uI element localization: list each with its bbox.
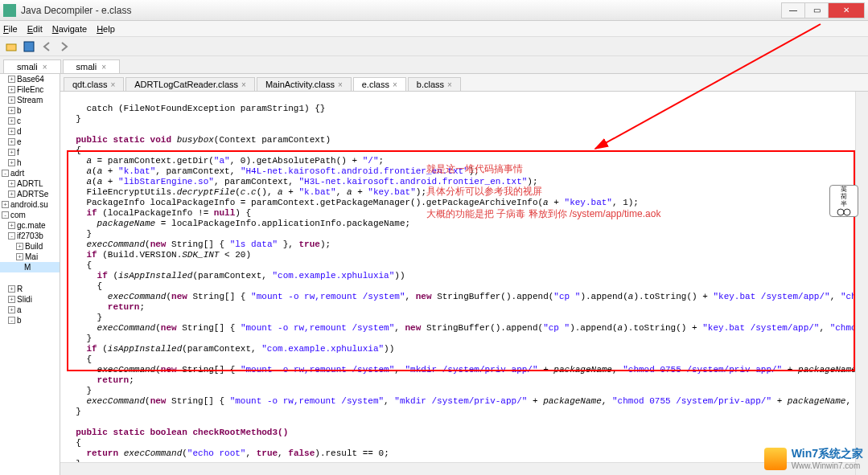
close-icon[interactable]: × <box>110 80 115 89</box>
tree-item[interactable]: +c <box>0 116 60 126</box>
tree-item[interactable] <box>0 334 60 335</box>
tree-item[interactable]: +b <box>0 105 60 116</box>
editor-tab[interactable]: e.class× <box>353 77 406 91</box>
c: , <box>405 292 416 301</box>
expander-icon[interactable]: + <box>8 117 15 125</box>
c: "mkdir /system/priv-app/" <box>394 396 527 406</box>
menu-file[interactable]: File <box>3 24 18 34</box>
tree-item[interactable]: +Base64 <box>0 74 60 84</box>
tree-item[interactable]: -if2703b <box>0 231 60 241</box>
tree-item[interactable]: +ADRTL <box>0 178 60 189</box>
tree-item[interactable]: +d <box>0 126 60 137</box>
tree-item[interactable]: +Build <box>0 241 60 252</box>
tree-item[interactable]: +Stream <box>0 95 60 105</box>
code-line: public static boolean checkRootMethod3() <box>65 428 288 437</box>
tree-item[interactable]: +f <box>0 147 60 158</box>
menu-navigate[interactable]: Navigate <box>52 24 87 34</box>
tree-item[interactable]: +Mai <box>0 252 60 262</box>
vertical-scrollbar[interactable] <box>855 92 868 475</box>
expander-icon[interactable]: + <box>8 306 15 313</box>
c: ( <box>97 344 108 354</box>
maximize-button[interactable]: ▭ <box>804 2 829 18</box>
menubar: File Edit Navigate Help <box>0 21 868 37</box>
toolbar-open-icon[interactable] <box>3 39 19 55</box>
expander-icon[interactable]: + <box>8 86 15 93</box>
c: ).append( <box>580 292 627 301</box>
expander-icon[interactable]: + <box>8 128 15 135</box>
c: packageName <box>798 365 857 375</box>
menu-edit[interactable]: Edit <box>27 24 43 34</box>
expander-icon[interactable]: + <box>8 76 15 83</box>
minimize-button[interactable]: — <box>781 2 805 18</box>
c: = paramContext.getDir( <box>92 156 214 166</box>
c: packageName <box>553 365 612 375</box>
code-line: { <box>65 354 92 364</box>
expander-icon[interactable]: + <box>8 149 15 156</box>
package-tree[interactable]: +Base64+FileEnc+Stream+b+c+d+e+f+h-adrt+… <box>0 74 60 475</box>
outer-tab[interactable]: smali× <box>3 59 61 73</box>
svg-rect-2 <box>24 42 34 51</box>
close-icon[interactable]: × <box>43 63 47 72</box>
svg-rect-0 <box>3 4 16 17</box>
c <box>65 292 108 301</box>
editor-tab[interactable]: MainActivity.class× <box>257 77 352 91</box>
tree-item[interactable]: -adrt <box>0 168 60 178</box>
toolbar-back-icon[interactable] <box>39 39 55 55</box>
c <box>65 396 86 406</box>
expander-icon[interactable]: + <box>8 285 15 293</box>
tree-item[interactable]: +R <box>0 284 60 294</box>
expander-icon[interactable]: + <box>8 296 15 303</box>
expander-icon[interactable]: - <box>8 317 15 324</box>
tree-item[interactable]: +Slidi <box>0 294 60 305</box>
close-button[interactable]: ✕ <box>828 2 865 18</box>
expander-icon[interactable]: + <box>16 243 23 250</box>
tree-item[interactable]: +android.su <box>0 199 60 210</box>
outer-tab[interactable]: smali× <box>63 59 121 73</box>
expander-icon[interactable]: - <box>2 211 9 219</box>
tree-item[interactable]: +FileEnc <box>0 84 60 95</box>
expander-icon[interactable]: + <box>8 138 15 145</box>
c: "key.bat /system/app/" <box>702 323 819 333</box>
expander-icon[interactable]: + <box>8 180 15 187</box>
tree-item[interactable]: -b <box>0 315 60 326</box>
toolbar-forward-icon[interactable] <box>56 39 72 55</box>
expander-icon[interactable]: + <box>8 96 15 104</box>
tree-item[interactable]: +ADRTSe <box>0 189 60 199</box>
editor-tab[interactable]: qdt.class× <box>64 77 124 91</box>
expander-icon[interactable]: + <box>16 253 23 260</box>
tab-label: b.class <box>417 80 444 89</box>
expander-icon[interactable]: - <box>8 232 15 240</box>
close-icon[interactable]: × <box>393 80 397 89</box>
close-icon[interactable]: × <box>447 80 452 89</box>
code-editor[interactable]: catch (FileNotFoundException paramString… <box>60 92 868 475</box>
c: + <box>102 166 118 176</box>
expander-icon[interactable]: + <box>8 190 15 198</box>
c <box>65 365 97 375</box>
tree-item[interactable]: +a <box>0 305 60 315</box>
tree-item[interactable]: +gc.mate <box>0 220 60 231</box>
expander-icon[interactable]: + <box>8 107 15 114</box>
editor-tab[interactable]: b.class× <box>408 77 461 91</box>
code-line: { <box>65 438 81 448</box>
c <box>65 323 97 333</box>
close-icon[interactable]: × <box>101 63 106 72</box>
c: ( <box>145 240 150 249</box>
c: + <box>549 198 565 207</box>
tab-label: e.class <box>362 80 389 89</box>
c: execCommand <box>124 448 183 458</box>
menu-help[interactable]: Help <box>97 24 115 34</box>
close-icon[interactable]: × <box>241 80 246 89</box>
expander-icon[interactable]: + <box>8 222 15 229</box>
tree-item[interactable]: M <box>0 262 60 272</box>
expander-icon[interactable]: - <box>2 170 9 177</box>
expander-icon[interactable]: + <box>2 201 9 208</box>
editor-tab[interactable]: ADRTLogCatReader.class× <box>125 77 255 91</box>
tree-item[interactable]: +e <box>0 137 60 147</box>
tree-item[interactable]: -com <box>0 210 60 220</box>
c: "com.example.xphuluxia" <box>261 344 384 354</box>
close-icon[interactable]: × <box>338 80 343 89</box>
expander-icon[interactable]: + <box>8 159 15 166</box>
toolbar-save-icon[interactable] <box>21 39 37 55</box>
tree-item[interactable]: +h <box>0 158 60 168</box>
horizontal-scrollbar[interactable] <box>60 462 855 475</box>
